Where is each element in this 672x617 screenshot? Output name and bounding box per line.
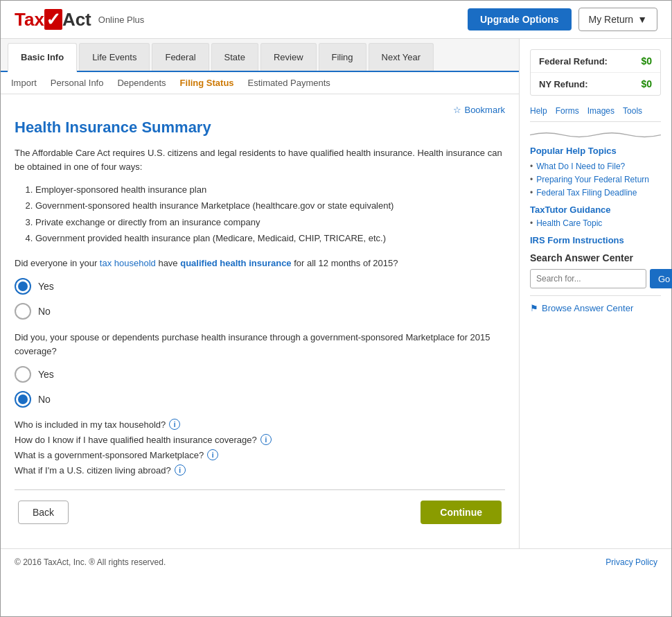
- tab-next-year[interactable]: Next Year: [369, 43, 434, 71]
- question2-no-radio[interactable]: [15, 391, 31, 408]
- list-item: Government-sponsored health insurance Ma…: [35, 198, 505, 214]
- question1-yes-option[interactable]: Yes: [15, 278, 505, 295]
- refund-box: Federal Refund: $0 NY Refund: $0: [530, 49, 661, 96]
- header-right: Upgrade Options My Return ▼: [468, 8, 657, 31]
- bookmark-label: Bookmark: [464, 105, 505, 115]
- question1-yes-label: Yes: [38, 281, 54, 292]
- upgrade-button[interactable]: Upgrade Options: [468, 8, 572, 31]
- question2-no-option[interactable]: No: [15, 391, 505, 408]
- bottom-buttons: Back Continue: [15, 501, 505, 524]
- sidebar-nav-forms[interactable]: Forms: [556, 106, 579, 116]
- popular-topics-title: Popular Help Topics: [530, 146, 661, 156]
- browse-answer-center-link[interactable]: ⚑ Browse Answer Center: [530, 295, 661, 313]
- browse-label: Browse Answer Center: [542, 303, 633, 313]
- popular-link-2-text[interactable]: Preparing Your Federal Return: [536, 175, 649, 184]
- wave-divider: [530, 130, 661, 139]
- tab-filing[interactable]: Filing: [319, 43, 366, 71]
- browse-icon: ⚑: [530, 303, 538, 313]
- sidebar-nav: Help Forms Images Tools: [530, 106, 661, 122]
- question2-text: Did you, your spouse or dependents purch…: [15, 331, 505, 358]
- my-return-button[interactable]: My Return ▼: [578, 8, 657, 31]
- question1-text: Did everyone in your tax household have …: [15, 257, 505, 270]
- privacy-policy-link[interactable]: Privacy Policy: [605, 557, 657, 567]
- continue-button[interactable]: Continue: [421, 501, 502, 524]
- question2-radio-group: Yes No: [15, 366, 505, 408]
- question1-no-option[interactable]: No: [15, 303, 505, 320]
- taxtutor-title: TaxTutor Guidance: [530, 205, 661, 215]
- logo-check: ✓: [44, 9, 62, 30]
- main-layout: Basic Info Life Events Federal State Rev…: [1, 39, 671, 548]
- form-area: ☆ Bookmark Health Insurance Summary The …: [1, 94, 519, 535]
- subnav-import[interactable]: Import: [11, 78, 37, 88]
- info-icon-2[interactable]: i: [260, 434, 272, 445]
- popular-link-1: • What Do I Need to File?: [530, 162, 661, 171]
- list-item: Government provided health insurance pla…: [35, 230, 505, 246]
- info-icon-1[interactable]: i: [169, 419, 180, 430]
- subnav-estimated-payments[interactable]: Estimated Payments: [248, 78, 330, 88]
- qualified-insurance-link[interactable]: qualified health insurance: [180, 258, 291, 268]
- ny-refund-label: NY Refund:: [539, 79, 588, 89]
- sidebar-nav-help[interactable]: Help: [530, 106, 547, 116]
- sub-nav: Import Personal Info Dependents Filing S…: [1, 72, 519, 94]
- question2-yes-label: Yes: [38, 369, 54, 380]
- back-button[interactable]: Back: [18, 501, 69, 524]
- federal-refund-row: Federal Refund: $0: [531, 50, 660, 73]
- help-link-4-text: What if I'm a U.S. citizen living abroad…: [15, 465, 171, 476]
- taxtutor-link-1-text[interactable]: Health Care Topic: [536, 218, 602, 228]
- subnav-dependents[interactable]: Dependents: [117, 78, 166, 88]
- question2-no-label: No: [38, 394, 51, 405]
- popular-link-3: • Federal Tax Filing Deadline: [530, 188, 661, 198]
- question1-no-radio[interactable]: [15, 303, 31, 320]
- sidebar-nav-tools[interactable]: Tools: [623, 106, 642, 116]
- tab-federal[interactable]: Federal: [152, 43, 209, 71]
- popular-link-3-text[interactable]: Federal Tax Filing Deadline: [536, 188, 637, 198]
- search-title: Search Answer Center: [530, 252, 661, 263]
- sidebar-nav-images[interactable]: Images: [587, 106, 614, 116]
- ny-refund-row: NY Refund: $0: [531, 73, 660, 95]
- help-link-3-text: What is a government-sponsored Marketpla…: [15, 450, 204, 460]
- my-return-label: My Return: [589, 14, 634, 25]
- bookmark-button[interactable]: ☆ Bookmark: [453, 105, 505, 115]
- help-link-1: Who is included in my tax household? i: [15, 419, 505, 430]
- question1-yes-radio[interactable]: [15, 278, 31, 295]
- tax-household-link[interactable]: tax household: [100, 258, 156, 268]
- tab-basic-info[interactable]: Basic Info: [8, 43, 77, 72]
- header: Tax✓Act Online Plus Upgrade Options My R…: [1, 1, 671, 39]
- bullet-icon: •: [530, 162, 533, 171]
- question2-yes-option[interactable]: Yes: [15, 366, 505, 383]
- list-item: Private exchange or directly from an ins…: [35, 214, 505, 230]
- logo-subtitle: Online Plus: [98, 15, 144, 25]
- search-input[interactable]: [530, 269, 646, 288]
- popular-link-1-text[interactable]: What Do I Need to File?: [536, 162, 625, 171]
- bullet-icon: •: [530, 218, 533, 228]
- subnav-personal-info[interactable]: Personal Info: [51, 78, 104, 88]
- ny-refund-amount: $0: [641, 78, 652, 89]
- subnav-filing-status[interactable]: Filing Status: [180, 78, 234, 88]
- page-title: Health Insurance Summary: [15, 119, 505, 137]
- help-links: Who is included in my tax household? i H…: [15, 419, 505, 476]
- federal-refund-label: Federal Refund:: [539, 56, 608, 67]
- tab-life-events[interactable]: Life Events: [79, 43, 150, 71]
- help-link-3: What is a government-sponsored Marketpla…: [15, 449, 505, 460]
- form-divider: [15, 489, 505, 490]
- search-go-button[interactable]: Go: [650, 269, 672, 288]
- nav-tabs: Basic Info Life Events Federal State Rev…: [1, 39, 519, 72]
- intro-text: The Affordable Care Act requires U.S. ci…: [15, 146, 505, 173]
- tab-state[interactable]: State: [211, 43, 258, 71]
- irs-title: IRS Form Instructions: [530, 235, 661, 245]
- search-row: Go: [530, 269, 661, 288]
- question1-radio-group: Yes No: [15, 278, 505, 320]
- help-link-2-text: How do I know if I have qualified health…: [15, 435, 257, 445]
- question2-yes-radio[interactable]: [15, 366, 31, 383]
- tab-review[interactable]: Review: [260, 43, 317, 71]
- help-link-4: What if I'm a U.S. citizen living abroad…: [15, 464, 505, 476]
- info-icon-3[interactable]: i: [207, 449, 218, 460]
- federal-refund-amount: $0: [641, 55, 652, 67]
- list-item: Employer-sponsored health insurance plan: [35, 182, 505, 198]
- content-area: Basic Info Life Events Federal State Rev…: [1, 39, 519, 548]
- popular-link-2: • Preparing Your Federal Return: [530, 175, 661, 184]
- logo-area: Tax✓Act Online Plus: [15, 9, 144, 31]
- info-icon-4[interactable]: i: [175, 464, 186, 476]
- chevron-down-icon: ▼: [637, 14, 647, 25]
- bullet-icon: •: [530, 188, 533, 198]
